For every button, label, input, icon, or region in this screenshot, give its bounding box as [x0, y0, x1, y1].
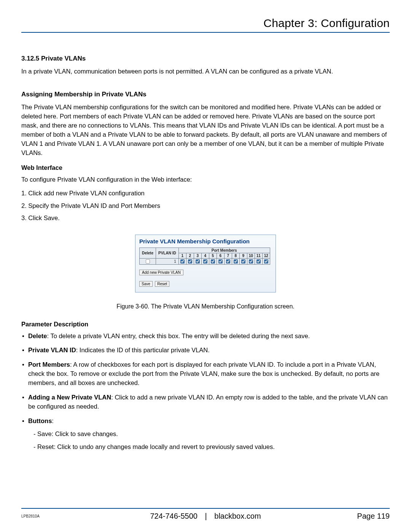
- param-list: Delete: To delete a private VLAN entry, …: [21, 332, 390, 452]
- port-head-3: 3: [194, 253, 201, 258]
- param-desc: :: [52, 417, 54, 424]
- port-4-checkbox[interactable]: [203, 259, 207, 264]
- port-1-checkbox[interactable]: [180, 259, 185, 264]
- port-3-checkbox[interactable]: [196, 259, 200, 264]
- port-head-10: 10: [247, 253, 255, 258]
- param-buttons-sublist: Save: Click to save changes. Reset: Clic…: [33, 429, 390, 452]
- col-pvlan-id: PVLAN ID: [156, 248, 179, 258]
- port-6-checkbox[interactable]: [218, 259, 223, 264]
- port-10-checkbox[interactable]: [249, 259, 253, 264]
- footer-separator: |: [205, 512, 207, 520]
- step-3: 3. Click Save.: [21, 213, 390, 223]
- section-intro: In a private VLAN, communication between…: [21, 67, 390, 76]
- pvlan-config-screenshot: Private VLAN Membership Configuration De…: [135, 235, 276, 292]
- table-row: 1: [140, 258, 270, 264]
- footer-contact: 724-746-5500 | blackbox.com: [150, 512, 261, 521]
- port-head-8: 8: [232, 253, 239, 258]
- param-desc: : To delete a private VLAN entry, check …: [47, 332, 310, 339]
- assign-body: The Private VLAN membership configuratio…: [21, 103, 390, 158]
- port-5-checkbox[interactable]: [211, 259, 215, 264]
- param-term: Private VLAN ID: [28, 347, 76, 353]
- param-desc-heading: Parameter Description: [21, 321, 390, 328]
- port-head-4: 4: [201, 253, 209, 258]
- page-footer: LPB2810A 724-746-5500 | blackbox.com Pag…: [21, 508, 390, 521]
- port-11-checkbox[interactable]: [256, 259, 261, 264]
- port-head-9: 9: [239, 253, 247, 258]
- pvlan-config-title: Private VLAN Membership Configuration: [139, 238, 272, 244]
- param-pvlan-id: Private VLAN ID: Indicates the ID of thi…: [21, 346, 390, 355]
- save-button[interactable]: Save: [139, 281, 153, 287]
- port-head-5: 5: [209, 253, 217, 258]
- col-delete: Delete: [140, 248, 156, 258]
- port-head-7: 7: [224, 253, 232, 258]
- param-buttons-save: Save: Click to save changes.: [33, 429, 390, 439]
- col-port-members: Port Members: [178, 248, 270, 253]
- pvlan-id-cell: 1: [156, 258, 179, 264]
- param-adding-new: Adding a New Private VLAN: Click to add …: [21, 393, 390, 411]
- param-term: Buttons: [28, 417, 52, 424]
- footer-model: LPB2810A: [21, 514, 40, 518]
- param-desc: : Indicates the ID of this particular pr…: [76, 347, 210, 353]
- step-2: 2. Specify the Private VLAN ID and Port …: [21, 201, 390, 211]
- chapter-title: Chapter 3: Configuration: [21, 17, 390, 33]
- param-buttons-reset: Reset: Click to undo any changes made lo…: [33, 442, 390, 452]
- param-port-members: Port Members: A row of checkboxes for ea…: [21, 360, 390, 388]
- param-buttons: Buttons: Save: Click to save changes. Re…: [21, 417, 390, 452]
- footer-page-number: Page 119: [357, 512, 390, 521]
- port-head-11: 11: [255, 253, 262, 258]
- port-7-checkbox[interactable]: [226, 259, 230, 264]
- port-head-6: 6: [217, 253, 224, 258]
- figure-caption: Figure 3-60. The Private VLAN Membership…: [21, 303, 390, 310]
- footer-site: blackbox.com: [214, 512, 261, 520]
- port-8-checkbox[interactable]: [234, 259, 238, 264]
- assign-heading: Assigning Membership in Private VLANs: [21, 91, 390, 98]
- web-interface-lead: To configure Private VLAN configuration …: [21, 175, 390, 184]
- section-heading: 3.12.5 Private VLANs: [21, 55, 390, 62]
- param-term: Port Members: [28, 361, 70, 368]
- step-1: 1. Click add new Private VLAN configurat…: [21, 188, 390, 198]
- reset-button[interactable]: Reset: [155, 281, 169, 287]
- web-interface-heading: Web Interface: [21, 164, 390, 171]
- add-new-pvlan-button[interactable]: Add new Private VLAN: [139, 270, 183, 275]
- port-head-1: 1: [178, 253, 186, 258]
- delete-checkbox[interactable]: [145, 259, 150, 264]
- param-desc: : A row of checkboxes for each port is d…: [28, 361, 379, 386]
- param-term: Delete: [28, 332, 47, 339]
- param-delete: Delete: To delete a private VLAN entry, …: [21, 332, 390, 341]
- web-interface-steps: 1. Click add new Private VLAN configurat…: [21, 188, 390, 223]
- port-9-checkbox[interactable]: [241, 259, 245, 264]
- port-head-12: 12: [262, 253, 270, 258]
- port-2-checkbox[interactable]: [188, 259, 192, 264]
- port-head-2: 2: [186, 253, 194, 258]
- pvlan-table: Delete PVLAN ID Port Members 1 2 3 4 5 6…: [139, 248, 270, 265]
- footer-phone: 724-746-5500: [150, 512, 198, 520]
- param-term: Adding a New Private VLAN: [28, 394, 111, 401]
- port-12-checkbox[interactable]: [264, 259, 268, 264]
